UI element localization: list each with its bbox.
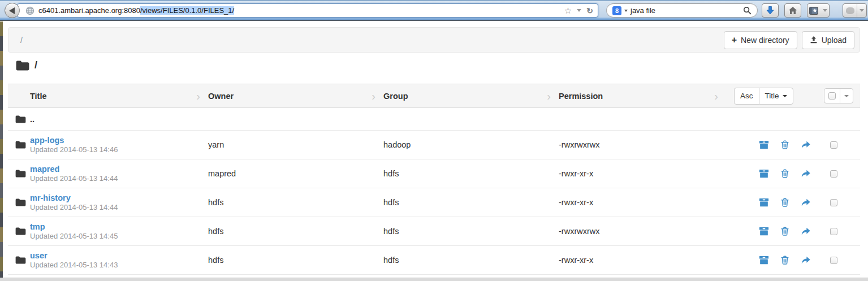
- sort-direction-button[interactable]: Asc: [734, 88, 759, 105]
- chevron-down-icon: [783, 95, 787, 97]
- file-link[interactable]: mapred: [30, 165, 208, 174]
- google-engine-icon[interactable]: 8: [612, 6, 621, 15]
- table-row: mr-historyUpdated 2014-05-13 14:44 hdfs …: [8, 188, 860, 217]
- group-cell: hdfs: [383, 227, 559, 236]
- url-host: c6401.ambari.apache.org:8080: [38, 6, 140, 15]
- folder-icon: [8, 141, 30, 149]
- current-directory-name: /: [34, 59, 37, 71]
- delete-icon[interactable]: [780, 140, 790, 150]
- archive-icon[interactable]: [759, 226, 769, 236]
- archive-icon[interactable]: [759, 197, 769, 207]
- chevron-right-icon: ›: [372, 90, 375, 102]
- addons-button[interactable]: [843, 3, 867, 18]
- addon-icon: [846, 7, 854, 14]
- search-icon[interactable]: [743, 6, 752, 15]
- downloads-button[interactable]: [762, 3, 779, 18]
- back-arrow-icon: [9, 7, 15, 14]
- owner-cell: mapred: [208, 169, 383, 178]
- folder-icon: [8, 170, 30, 178]
- delete-icon[interactable]: [780, 255, 790, 265]
- updated-timestamp: Updated 2014-05-13 14:44: [30, 174, 118, 183]
- parent-directory-link[interactable]: ..: [30, 115, 208, 124]
- permission-cell: -rwxr-xr-x: [559, 256, 726, 265]
- select-dropdown-button[interactable]: [840, 89, 853, 103]
- group-cell: hadoop: [383, 140, 559, 149]
- bookmark-star-icon[interactable]: ☆: [564, 6, 572, 16]
- bookmarks-dropdown-icon: [823, 9, 827, 12]
- file-link[interactable]: tmp: [30, 222, 208, 231]
- header-permission[interactable]: Permission: [559, 92, 603, 101]
- row-checkbox[interactable]: [830, 228, 837, 235]
- chevron-right-icon: ›: [714, 90, 718, 102]
- updated-timestamp: Updated 2014-05-13 14:46: [30, 145, 118, 154]
- upload-button[interactable]: Upload: [802, 31, 854, 49]
- archive-icon[interactable]: [759, 140, 769, 150]
- upload-label: Upload: [822, 36, 847, 45]
- delete-icon[interactable]: [780, 197, 790, 207]
- chevron-right-icon: ›: [547, 90, 551, 102]
- folder-icon: [8, 115, 30, 123]
- row-checkbox[interactable]: [830, 257, 837, 264]
- select-all-checkbox[interactable]: [824, 89, 840, 103]
- new-directory-button[interactable]: + New directory: [724, 31, 797, 49]
- table-row: app-logsUpdated 2014-05-13 14:46 yarn ha…: [8, 131, 860, 159]
- group-cell: hdfs: [383, 169, 559, 178]
- move-icon[interactable]: [801, 168, 811, 179]
- updated-timestamp: Updated 2014-05-13 14:44: [30, 203, 118, 211]
- sort-field-button[interactable]: Title: [759, 88, 793, 105]
- table-row-parent[interactable]: ..: [8, 108, 860, 131]
- header-title[interactable]: Title: [30, 92, 47, 101]
- url-dropdown-icon[interactable]: [577, 9, 581, 12]
- folder-icon: [8, 227, 30, 235]
- home-icon: [788, 6, 797, 15]
- group-cell: hdfs: [383, 198, 559, 207]
- folder-icon: [8, 256, 30, 264]
- move-icon[interactable]: [801, 197, 811, 207]
- breadcrumb-path[interactable]: /: [20, 36, 23, 45]
- row-checkbox[interactable]: [830, 170, 837, 178]
- move-icon[interactable]: [801, 255, 811, 265]
- row-checkbox[interactable]: [830, 141, 837, 149]
- file-link[interactable]: app-logs: [30, 136, 208, 145]
- window-bottom-edge: [0, 278, 868, 281]
- move-icon[interactable]: [801, 140, 811, 150]
- folder-icon: [8, 198, 30, 206]
- file-link[interactable]: user: [30, 251, 208, 260]
- back-button[interactable]: [5, 3, 20, 18]
- move-icon[interactable]: [801, 226, 811, 236]
- header-group[interactable]: Group: [383, 92, 408, 101]
- bookmarks-panel-icon: [807, 4, 821, 17]
- home-button[interactable]: [784, 3, 801, 18]
- group-cell: hdfs: [383, 256, 559, 265]
- table-header: Title › Owner › Group › Permission › Asc…: [8, 84, 860, 108]
- browser-toolbar: c6401.ambari.apache.org:8080/views/FILES…: [0, 0, 868, 18]
- engine-dropdown-icon[interactable]: [624, 10, 628, 12]
- table-row: userUpdated 2014-05-13 14:43 hdfs hdfs -…: [8, 246, 860, 275]
- url-text: c6401.ambari.apache.org:8080/views/FILES…: [38, 6, 234, 15]
- url-selected-path: /views/FILES/0.1.0/FILES_1/: [140, 6, 234, 15]
- table-row: mapredUpdated 2014-05-13 14:44 mapred hd…: [8, 159, 860, 188]
- new-directory-label: New directory: [741, 36, 789, 45]
- archive-icon[interactable]: [759, 255, 769, 265]
- url-bar[interactable]: c6401.ambari.apache.org:8080/views/FILES…: [17, 3, 598, 18]
- search-input[interactable]: java file: [631, 6, 740, 15]
- download-arrow-icon: [766, 6, 775, 15]
- sort-controls: Asc Title: [734, 88, 793, 105]
- search-box[interactable]: 8 java file: [606, 3, 758, 18]
- header-owner[interactable]: Owner: [208, 92, 234, 101]
- select-all-control: [824, 88, 853, 103]
- chevron-down-icon: [844, 95, 849, 97]
- row-checkbox[interactable]: [830, 199, 837, 206]
- file-link[interactable]: mr-history: [30, 193, 208, 202]
- reload-icon[interactable]: ↻: [586, 6, 593, 15]
- permission-cell: -rwxr-xr-x: [559, 198, 726, 207]
- plus-icon: +: [732, 36, 737, 45]
- delete-icon[interactable]: [780, 168, 790, 179]
- archive-icon[interactable]: [759, 168, 769, 179]
- delete-icon[interactable]: [780, 226, 790, 236]
- file-table: Title › Owner › Group › Permission › Asc…: [8, 84, 860, 275]
- globe-icon[interactable]: [25, 6, 34, 15]
- table-row: tmpUpdated 2014-05-13 14:45 hdfs hdfs -r…: [8, 217, 860, 246]
- breadcrumb: / + New directory Upload: [8, 27, 860, 53]
- bookmarks-button[interactable]: [807, 3, 830, 18]
